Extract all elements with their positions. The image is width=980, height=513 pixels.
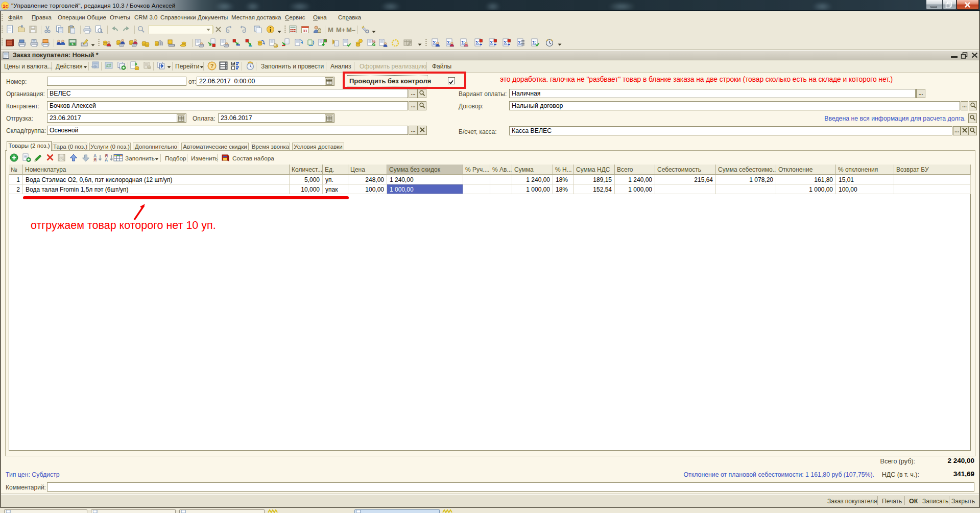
svg-text:COK: COK xyxy=(59,158,65,161)
svg-text:?: ? xyxy=(210,63,214,69)
svg-text:Я: Я xyxy=(93,157,97,162)
svg-text:А: А xyxy=(105,157,108,162)
svg-text:Σ: Σ xyxy=(490,39,493,45)
svg-text:Σ: Σ xyxy=(461,39,465,45)
svg-text:31: 31 xyxy=(303,29,307,33)
svg-text:Σ: Σ xyxy=(433,39,436,45)
svg-text:Σ: Σ xyxy=(504,39,507,45)
svg-text:%: % xyxy=(372,40,375,43)
svg-text:Σ: Σ xyxy=(518,39,521,45)
svg-text:Σ: Σ xyxy=(447,39,450,45)
svg-text:Σ: Σ xyxy=(532,39,536,45)
svg-text:1с: 1с xyxy=(3,3,8,9)
svg-text:Σ: Σ xyxy=(475,39,479,45)
